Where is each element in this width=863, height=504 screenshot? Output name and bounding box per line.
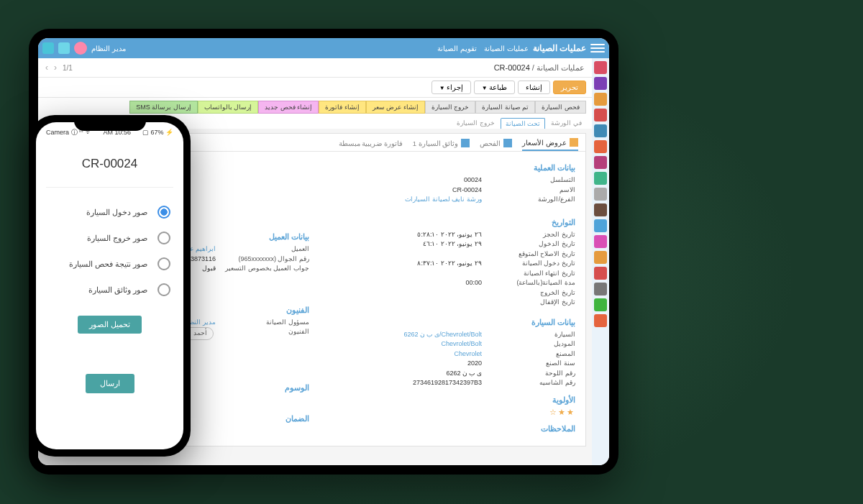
chip-invoice[interactable]: إنشاء فاتورة (319, 101, 366, 114)
chip-new-inspect[interactable]: إنشاء فحص جديد (258, 101, 319, 114)
avatar[interactable] (74, 42, 87, 55)
doc-icon (461, 139, 470, 147)
section-notes-title: الملاحظات (321, 424, 575, 434)
side-icon[interactable] (594, 124, 607, 137)
side-icon[interactable] (594, 140, 607, 153)
check-icon (503, 139, 512, 147)
money-icon (570, 138, 578, 147)
app-title: عمليات الصيانة (533, 43, 586, 53)
status-chips: فحص السيارة تم صيانة السيارة خروج السيار… (38, 98, 592, 116)
radio-icon[interactable] (157, 206, 170, 219)
upload-button[interactable]: تحميل الصور (78, 316, 142, 334)
tab-docs[interactable]: وثائق السيارة 1 (413, 138, 470, 151)
side-icon[interactable] (594, 172, 607, 185)
chat-icon[interactable] (58, 42, 70, 54)
chip-whatsapp[interactable]: إرسال بالواتساب (198, 101, 259, 114)
create-button[interactable]: إنشاء (518, 81, 550, 94)
section-dates-title: التواريخ (321, 218, 575, 227)
tab-quotes[interactable]: عروض الأسعار (522, 138, 578, 151)
side-icon[interactable] (594, 251, 607, 264)
nav-operations[interactable]: عمليات الصيانة (484, 45, 529, 52)
action-button[interactable]: إجراء (432, 81, 471, 94)
side-icon[interactable] (594, 235, 607, 248)
side-icon[interactable] (594, 109, 607, 122)
radio-entry-photos[interactable]: صور دخول السيارة (46, 199, 173, 225)
chip-quote[interactable]: إنشاء عرض سعر (366, 101, 425, 114)
side-icon[interactable] (594, 61, 607, 74)
side-icon[interactable] (594, 156, 607, 169)
phone-frame: ⚡ 67% ▢ 10:56 AM Camera ⓘ ᴵᴵᴵ ᯤ CR-00024… (29, 115, 191, 457)
nav-calendar[interactable]: تقويم الصيانة (437, 45, 477, 52)
side-icon[interactable] (594, 219, 607, 232)
chip-inspect[interactable]: فحص السيارة (535, 101, 586, 114)
tab-inspect[interactable]: الفحص (480, 138, 512, 151)
hamburger-icon[interactable] (590, 44, 605, 52)
notch (74, 115, 146, 131)
tab-tax-invoice[interactable]: فاتورة ضريبية مبسطة (339, 138, 403, 151)
section-operation-title: بيانات العملية (321, 163, 575, 173)
side-icon[interactable] (594, 298, 607, 311)
next-icon[interactable]: › (54, 63, 57, 73)
chip-repaired[interactable]: تم صيانة السيارة (475, 101, 535, 114)
breadcrumb-current: CR-00024 (494, 63, 530, 72)
phase-workshop[interactable]: في الورشة (547, 118, 586, 129)
side-icon[interactable] (594, 314, 607, 327)
user-name: مدير النظام (91, 45, 126, 52)
topbar: عمليات الصيانة عمليات الصيانة تقويم الصي… (38, 38, 609, 58)
prev-icon[interactable]: ‹ (45, 63, 48, 73)
side-icon[interactable] (594, 77, 607, 90)
side-icon[interactable] (594, 93, 607, 106)
print-button[interactable]: طباعة (474, 81, 515, 94)
phase-maintenance[interactable]: تحت الصيانة (501, 118, 546, 129)
side-icon[interactable] (594, 267, 607, 280)
edit-button[interactable]: تحرير (553, 81, 586, 94)
chip-sms[interactable]: إرسال برسالة SMS (129, 101, 198, 114)
chip-out[interactable]: خروج السيارة (425, 101, 476, 114)
breadcrumb-parent[interactable]: عمليات الصيانة (536, 63, 585, 72)
status-right: ⚡ 67% ▢ (142, 129, 173, 136)
radio-icon[interactable] (157, 257, 170, 270)
side-icon[interactable] (594, 188, 607, 201)
side-icon[interactable] (594, 203, 607, 216)
priority-stars[interactable]: ★★☆ (321, 408, 575, 417)
phase-out[interactable]: خروج السيارة (452, 118, 499, 129)
radio-inspect-photos[interactable]: صور نتيجة فحص السيارة (46, 251, 173, 277)
radio-list: صور دخول السيارة صور خروج السيارة صور نت… (46, 188, 173, 303)
radio-icon[interactable] (157, 232, 170, 244)
send-button[interactable]: ارسال (86, 374, 134, 393)
section-priority-title: الأولوية (321, 395, 575, 405)
radio-exit-photos[interactable]: صور خروج السيارة (46, 225, 173, 251)
sidebar (592, 58, 609, 465)
side-icon[interactable] (594, 283, 607, 295)
cloud-icon[interactable] (42, 42, 54, 54)
phone-screen: ⚡ 67% ▢ 10:56 AM Camera ⓘ ᴵᴵᴵ ᯤ CR-00024… (36, 122, 183, 449)
radio-docs-photos[interactable]: صور وثائق السيارة (46, 277, 173, 303)
phone-title: CR-00024 (46, 147, 173, 188)
pager: 1/1 (63, 64, 73, 72)
radio-icon[interactable] (157, 283, 170, 296)
breadcrumb: عمليات الصيانة / CR-00024 (494, 63, 585, 73)
section-vehicle-title: بيانات السيارة (321, 318, 575, 327)
